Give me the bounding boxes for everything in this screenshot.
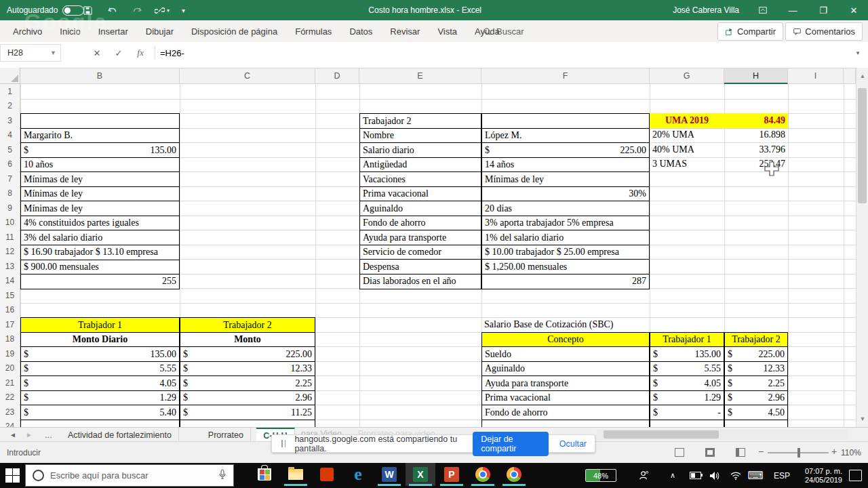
cell-F14[interactable]: 287 (481, 274, 650, 289)
cancel-entry-button[interactable]: ✕ (88, 44, 106, 62)
row-header-17[interactable]: 17 (0, 317, 20, 333)
row-header-4[interactable]: 4 (0, 128, 20, 144)
row-header-7[interactable]: 7 (0, 171, 20, 187)
qat-tool-button[interactable]: ▾ (155, 0, 170, 20)
cell-F18[interactable]: Concepto (481, 332, 650, 348)
office-icon[interactable] (312, 463, 342, 486)
column-header-B[interactable]: B (20, 68, 180, 84)
cell-G19[interactable]: $135.00 (650, 346, 724, 362)
cell-B14[interactable]: 255 (20, 274, 180, 289)
row-header-5[interactable]: 5 (0, 142, 20, 158)
cell-C24[interactable] (180, 420, 315, 428)
cell-B11[interactable]: 3% del salario diario (20, 230, 180, 245)
ribbon-tab-insertar[interactable]: Insertar (90, 20, 137, 42)
cell-G24[interactable] (650, 420, 724, 428)
formula-bar-expand-button[interactable]: ▾ (849, 44, 867, 62)
row-header-2[interactable]: 2 (0, 99, 20, 115)
ribbon-tab-dibujar[interactable]: Dibujar (137, 20, 182, 42)
cell-E9[interactable]: Aguinaldo (359, 201, 481, 216)
cell-E5[interactable]: Salario diario (359, 142, 481, 158)
save-button[interactable] (83, 0, 93, 20)
cell-G6[interactable]: 3 UMAS (650, 157, 724, 172)
cell-F9[interactable]: 20 dias (481, 201, 650, 216)
cell-H19[interactable]: $225.00 (724, 346, 788, 362)
row-header-1[interactable]: 1 (0, 84, 20, 100)
cell-B9[interactable]: Mínimas de ley (20, 201, 180, 216)
cell-H18[interactable]: Trabajador 2 (724, 332, 788, 348)
row-header-10[interactable]: 10 (0, 216, 20, 231)
column-header-F[interactable]: F (481, 68, 650, 84)
cell-F17[interactable]: Salario Base de Cotización (SBC) (481, 317, 650, 332)
zoom-slider-thumb[interactable] (797, 448, 800, 458)
ribbon-tab-datos[interactable]: Datos (340, 20, 381, 42)
row-header-9[interactable]: 9 (0, 201, 20, 216)
cell-C20[interactable]: $12.33 (180, 361, 315, 377)
cell-G4[interactable]: 20% UMA (650, 128, 724, 143)
language-indicator[interactable]: ESP (770, 463, 793, 488)
word-icon[interactable]: W (374, 463, 404, 486)
row-header-16[interactable]: 16 (0, 303, 20, 319)
column-header-I[interactable]: I (788, 68, 844, 84)
undo-button[interactable] (107, 0, 118, 20)
share-button[interactable]: Compartir (717, 22, 783, 41)
cell-B19[interactable]: $135.00 (20, 346, 180, 362)
row-header-14[interactable]: 14 (0, 274, 20, 289)
row-header-6[interactable]: 6 (0, 157, 20, 173)
cell-H6[interactable]: 253.47 (724, 157, 788, 172)
wifi-icon[interactable] (727, 463, 745, 488)
row-header-22[interactable]: 22 (0, 390, 20, 406)
cell-C18[interactable]: Monto (180, 332, 315, 348)
cell-H22[interactable]: $2.96 (724, 390, 788, 406)
hide-button[interactable]: Ocultar (559, 439, 587, 449)
row-header-18[interactable]: 18 (0, 332, 20, 348)
page-break-view-icon[interactable] (736, 448, 745, 457)
cell-H4[interactable]: 16.898 (724, 128, 788, 143)
cell-G23[interactable]: $- (650, 405, 724, 420)
ribbon-tab-f-rmulas[interactable]: Fórmulas (286, 20, 340, 42)
people-icon[interactable] (635, 463, 652, 488)
cell-F5[interactable]: $225.00 (481, 142, 650, 158)
restore-button[interactable]: ❐ (809, 0, 837, 20)
cell-B6[interactable]: 10 años (20, 157, 180, 173)
insert-function-button[interactable]: fx (132, 44, 149, 62)
chrome-icon[interactable] (468, 463, 498, 486)
row-header-3[interactable]: 3 (0, 113, 20, 129)
row-header-20[interactable]: 20 (0, 361, 20, 377)
name-box[interactable]: H28 ▼ (0, 44, 61, 62)
microphone-icon[interactable] (218, 469, 226, 483)
cell-F12[interactable]: $ 10.00 trabajador $ 25.00 empresa (481, 245, 650, 260)
scroll-up-icon[interactable]: ▲ (856, 68, 868, 84)
clock[interactable]: 07:07 p. m. 24/05/2019 (795, 463, 842, 488)
cell-B17[interactable]: Trabjador 1 (20, 317, 180, 333)
cell-H3[interactable]: 84.49 (724, 113, 788, 128)
battery-icon[interactable] (686, 463, 704, 488)
zoom-out-button[interactable]: − (758, 446, 764, 457)
vertical-scroll-thumb[interactable] (858, 88, 867, 203)
column-header-G[interactable]: G (650, 68, 724, 84)
cell-B18[interactable]: Monto Diario (20, 332, 180, 348)
cell-B21[interactable]: $4.05 (20, 375, 180, 391)
excel-icon[interactable]: X (406, 463, 435, 486)
column-header-E[interactable]: E (359, 68, 481, 84)
ribbon-search[interactable]: Buscar (483, 20, 524, 42)
cell-C23[interactable]: $11.25 (180, 405, 315, 420)
cell-B12[interactable]: $ 16.90 trabajador $ 13.10 empresa (20, 245, 180, 260)
cell-G21[interactable]: $4.05 (650, 375, 724, 391)
cell-H23[interactable]: $4.50 (724, 405, 788, 420)
normal-view-icon[interactable] (675, 448, 684, 457)
touch-keyboard-icon[interactable]: ⌨ (746, 463, 765, 488)
row-header-21[interactable]: 21 (0, 375, 20, 391)
cell-F24[interactable] (481, 420, 650, 428)
sheet-nav-right-icon[interactable]: ► (26, 428, 33, 442)
cell-B3[interactable] (20, 113, 180, 129)
cell-B13[interactable]: $ 900.00 mensuales (20, 259, 180, 274)
cell-E7[interactable]: Vacaciones (359, 171, 481, 187)
ribbon-tab-inicio[interactable]: Inicio (51, 20, 89, 42)
cell-G20[interactable]: $5.55 (650, 361, 724, 377)
row-header-23[interactable]: 23 (0, 405, 20, 420)
zoom-in-button[interactable]: + (831, 446, 837, 457)
cell-E12[interactable]: Servicio de comedor (359, 245, 481, 260)
vertical-scrollbar[interactable]: ▲ ▼ (856, 68, 868, 427)
cell-H5[interactable]: 33.796 (724, 142, 788, 157)
cell-G22[interactable]: $1.29 (650, 390, 724, 406)
